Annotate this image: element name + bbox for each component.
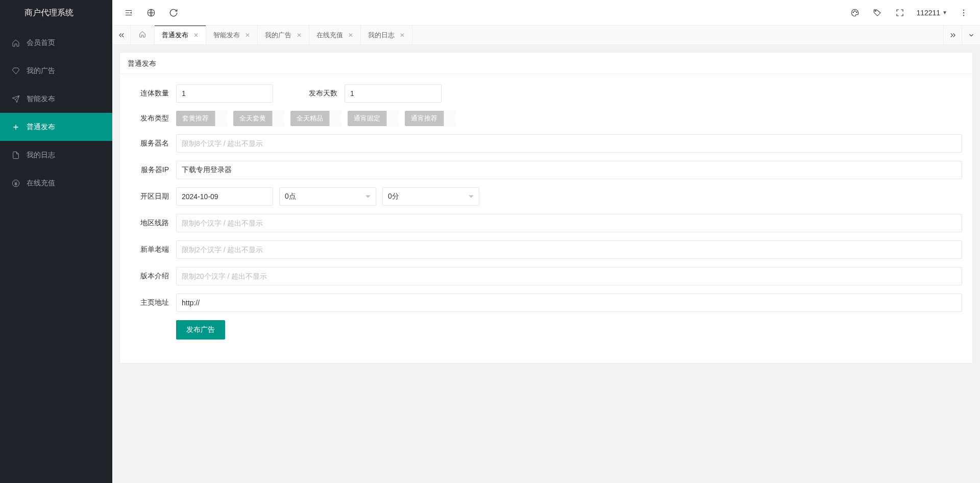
tab-label: 智能发布 (213, 31, 240, 40)
username: 112211 (916, 9, 940, 17)
qty-input[interactable] (176, 84, 273, 103)
svg-point-3 (855, 10, 856, 11)
tab-home[interactable] (131, 26, 155, 44)
nav-label: 智能发布 (27, 94, 55, 104)
menu-toggle-button[interactable] (117, 0, 140, 26)
hour-select[interactable]: 0点 (279, 187, 376, 206)
svg-point-8 (963, 15, 964, 16)
refresh-button[interactable] (162, 0, 185, 26)
minute-value: 0分 (388, 192, 399, 201)
submit-button[interactable]: 发布广告 (176, 320, 225, 340)
nav-item-recharge[interactable]: 在线充值 (0, 169, 112, 197)
nav-label: 在线充值 (27, 179, 55, 188)
nav-item-smart[interactable]: 智能发布 (0, 85, 112, 113)
type-tag-3[interactable]: 全天精品 (290, 111, 341, 126)
type-tag-2[interactable]: 全天套黄 (233, 111, 284, 126)
header: 112211 ▼ (112, 0, 980, 26)
region-input[interactable] (176, 214, 962, 232)
close-icon[interactable]: ✕ (297, 32, 302, 39)
serverip-input[interactable] (176, 161, 962, 179)
card-title: 普通发布 (120, 53, 972, 74)
nav-list: 会员首页 我的广告 智能发布 普通发布 我的日志 (0, 26, 112, 197)
fullscreen-button[interactable] (889, 0, 911, 26)
plus-icon (11, 123, 20, 132)
globe-button[interactable] (140, 0, 162, 26)
palette-button[interactable] (844, 0, 866, 26)
tab-logs[interactable]: 我的日志 ✕ (361, 26, 412, 44)
tab-myads[interactable]: 我的广告 ✕ (258, 26, 309, 44)
checkbox-icon (329, 111, 341, 126)
tabs-scroll: 普通发布 ✕ 智能发布 ✕ 我的广告 ✕ 在线充值 ✕ 我的日志 ✕ (131, 26, 943, 44)
opendate-label: 开区日期 (130, 192, 176, 201)
checkbox-icon (386, 111, 399, 126)
nav-item-myads[interactable]: 我的广告 (0, 57, 112, 85)
opendate-input[interactable] (176, 187, 273, 206)
homepage-input[interactable] (176, 294, 962, 312)
chevron-down-icon (365, 196, 371, 198)
main-content: 普通发布 连体数量 发布天数 发布类型 套黄推荐 (112, 45, 980, 483)
type-tag-label: 通宵固定 (348, 114, 386, 123)
nav-label: 我的日志 (27, 151, 55, 160)
type-tag-label: 全天精品 (290, 114, 329, 123)
version-label: 版本介绍 (130, 272, 176, 281)
version-input[interactable] (176, 267, 962, 285)
tab-normal-publish[interactable]: 普通发布 ✕ (155, 26, 206, 44)
region-label: 地区线路 (130, 219, 176, 228)
nav-item-normal[interactable]: 普通发布 (0, 113, 112, 141)
type-tag-label: 套黄推荐 (176, 114, 215, 123)
tab-label: 我的日志 (368, 31, 395, 40)
type-tag-1[interactable]: 套黄推荐 (176, 111, 227, 126)
tag-button[interactable] (866, 0, 889, 26)
sidebar: 商户代理系统 会员首页 我的广告 智能发布 普通发布 (0, 0, 112, 483)
type-tag-4[interactable]: 通宵固定 (348, 111, 399, 126)
diamond-icon (11, 66, 20, 76)
nav-label: 普通发布 (27, 123, 55, 132)
serverip-label: 服务器IP (130, 165, 176, 175)
tabs-dropdown[interactable] (962, 26, 980, 44)
send-icon (11, 94, 20, 104)
type-tag-label: 全天套黄 (233, 114, 272, 123)
close-icon[interactable]: ✕ (193, 32, 199, 39)
home-icon (139, 31, 146, 39)
tab-recharge[interactable]: 在线充值 ✕ (309, 26, 361, 44)
days-label: 发布天数 (299, 89, 345, 98)
checkbox-icon (444, 111, 456, 126)
type-tag-label: 通宵推荐 (405, 114, 444, 123)
tab-smart-publish[interactable]: 智能发布 ✕ (206, 26, 258, 44)
servername-input[interactable] (176, 134, 962, 153)
svg-point-2 (853, 12, 854, 13)
tabs-bar: 普通发布 ✕ 智能发布 ✕ 我的广告 ✕ 在线充值 ✕ 我的日志 ✕ (112, 26, 980, 45)
tabs-scroll-left[interactable] (112, 26, 131, 44)
svg-point-5 (875, 10, 876, 11)
chevron-down-icon (469, 196, 474, 198)
nav-label: 会员首页 (27, 38, 55, 47)
form-card: 普通发布 连体数量 发布天数 发布类型 套黄推荐 (119, 52, 973, 364)
tab-label: 在线充值 (316, 31, 343, 40)
more-button[interactable] (952, 0, 975, 26)
close-icon[interactable]: ✕ (245, 32, 250, 39)
file-icon (11, 151, 20, 160)
tab-label: 我的广告 (265, 31, 291, 40)
close-icon[interactable]: ✕ (400, 32, 405, 39)
newold-label: 新单老端 (130, 245, 176, 254)
close-icon[interactable]: ✕ (348, 32, 353, 39)
type-tag-5[interactable]: 通宵推荐 (405, 111, 456, 126)
caret-down-icon: ▼ (942, 10, 947, 15)
svg-point-7 (963, 12, 964, 13)
app-title: 商户代理系统 (0, 0, 112, 26)
pubtype-label: 发布类型 (130, 114, 176, 123)
newold-input[interactable] (176, 240, 962, 259)
days-input[interactable] (345, 84, 442, 103)
nav-item-home[interactable]: 会员首页 (0, 29, 112, 57)
servername-label: 服务器名 (130, 139, 176, 148)
tab-label: 普通发布 (162, 31, 188, 40)
user-menu[interactable]: 112211 ▼ (911, 0, 952, 26)
nav-item-logs[interactable]: 我的日志 (0, 141, 112, 169)
qty-label: 连体数量 (130, 89, 176, 98)
minute-select[interactable]: 0分 (382, 187, 479, 206)
yen-icon (11, 179, 20, 188)
svg-point-4 (856, 12, 857, 13)
tabs-scroll-right[interactable] (943, 26, 962, 44)
checkbox-icon (215, 111, 227, 126)
svg-point-6 (963, 9, 964, 10)
